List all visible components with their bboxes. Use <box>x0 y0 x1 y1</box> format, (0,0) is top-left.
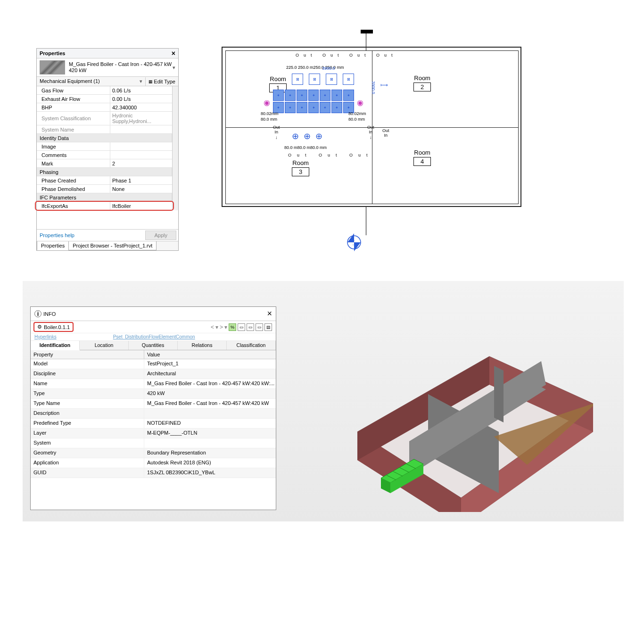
section-head-marker <box>361 30 373 33</box>
property-value[interactable]: IfcBoiler <box>110 202 172 210</box>
clipboard-icon[interactable]: ▭ <box>247 323 254 331</box>
dimension-text: 80.0 m80.0 m80.0 mm <box>284 145 327 150</box>
air-terminal-icon[interactable]: ⊠ <box>309 74 320 85</box>
info-tab-classification[interactable]: Classification <box>227 341 276 350</box>
info-prop-value <box>144 438 276 448</box>
room-tag-2[interactable]: Room2 <box>413 74 431 91</box>
info-row[interactable]: GUID1SJxZL 0B2390CiK1D_YBwL <box>31 468 276 478</box>
info-row[interactable]: Type420 kW <box>31 389 276 399</box>
eq-cell: ✦ <box>320 102 330 113</box>
close-icon[interactable]: × <box>267 309 272 319</box>
clipboard-icon[interactable]: ▭ <box>238 323 245 331</box>
connector-pink-icon[interactable]: ◉ <box>264 98 270 107</box>
chevron-down-icon[interactable]: ▾ <box>173 65 175 71</box>
tab-project-browser[interactable]: Project Browser - TestProject_1.rvt <box>68 241 157 250</box>
type-selector[interactable]: M_Gas Fired Boiler - Cast Iron - 420-457… <box>37 58 178 77</box>
info-row[interactable]: Type NameM_Gas Fired Boiler - Cast Iron … <box>31 399 276 409</box>
info-tab-location[interactable]: Location <box>80 341 129 350</box>
properties-titlebar[interactable]: Properties × <box>37 49 178 58</box>
pset-link[interactable]: Pset_DistributionFlowElementCommon <box>113 334 195 339</box>
air-terminal-icon[interactable]: ⊕ <box>304 131 311 141</box>
edit-type-button[interactable]: ▦Edit Type <box>145 77 178 86</box>
temp-dimension-v[interactable]: 3900.0 <box>371 81 376 94</box>
info-prop-name: Type <box>31 389 144 398</box>
property-label: Comments <box>37 151 110 159</box>
column-header-value[interactable]: Value <box>144 350 276 359</box>
temp-dimension-h[interactable]: 3900.0 <box>322 66 335 71</box>
connector-pink-icon[interactable]: ◉ <box>357 98 363 107</box>
air-terminal-icon[interactable]: ⊕ <box>292 131 299 141</box>
info-titlebar[interactable]: i INFO × <box>31 307 276 321</box>
view-direction-icon[interactable]: ---- <box>343 231 365 253</box>
scrollbar[interactable] <box>172 86 178 210</box>
info-prop-value: Autodesk Revit 2018 (ENG) <box>144 458 276 468</box>
air-terminal-icon[interactable]: ⊠ <box>292 74 303 85</box>
eq-cell: ✦ <box>297 102 307 113</box>
property-value[interactable]: 0.06 L/s <box>110 86 172 94</box>
info-row[interactable]: NameM_Gas Fired Boiler - Cast Iron - 420… <box>31 379 276 389</box>
boiler-equipment-selected[interactable]: ✦✦✦✦✦✦✦ ✦✦✦✦✦✦✦ <box>273 90 354 116</box>
info-prop-name: Type Name <box>31 399 144 408</box>
info-prop-value: M_Gas Fired Boiler - Cast Iron - 420-457… <box>144 399 276 408</box>
info-row[interactable]: ModelTestProject_1 <box>31 359 276 369</box>
info-row[interactable]: GeometryBoundary Representation <box>31 448 276 458</box>
air-terminal-icon[interactable]: ⊠ <box>343 74 354 85</box>
air-terminal-icon[interactable]: ⊠ <box>326 74 337 85</box>
air-terminal-icon[interactable]: ⊕ <box>315 131 322 141</box>
link-icon[interactable]: % <box>229 323 236 331</box>
dim-handle-icon[interactable]: ⟼ <box>380 82 388 88</box>
property-value[interactable]: None <box>110 185 172 193</box>
properties-help-link[interactable]: Properties help <box>37 231 143 240</box>
property-value[interactable]: 42.340000 <box>110 103 172 111</box>
breadcrumb-item[interactable]: ⚙ Boiler.0.1.1 <box>34 323 73 331</box>
group-header[interactable]: IFC Parameters <box>37 193 172 201</box>
tab-properties[interactable]: Properties <box>37 241 69 250</box>
group-header[interactable]: Identity Data <box>37 134 172 142</box>
info-tab-identification[interactable]: Identification <box>31 341 80 350</box>
dimension-text: 80.0 mm <box>348 117 365 122</box>
property-label: Phase Demolished <box>37 185 110 193</box>
info-row[interactable]: Description <box>31 409 276 419</box>
info-tab-relations[interactable]: Relations <box>178 341 227 350</box>
property-label: BHP <box>37 103 110 111</box>
dimension-text: 80.02mm <box>261 111 279 116</box>
hyperlinks-link[interactable]: Hyperlinks <box>34 334 57 339</box>
nav-last-icon[interactable]: ▾ <box>224 324 227 330</box>
info-row[interactable]: System <box>31 438 276 448</box>
group-header[interactable]: Phasing <box>37 168 172 176</box>
apply-button[interactable]: Apply <box>145 231 176 240</box>
property-value[interactable]: 0.00 L/s <box>110 95 172 103</box>
column-header-property[interactable]: Property <box>31 350 144 359</box>
info-row[interactable]: LayerM-EQPM-____-OTLN <box>31 429 276 438</box>
clipboard-icon[interactable]: ▭ <box>256 323 263 331</box>
property-value[interactable]: Hydronic Supply,Hydroni... <box>110 112 172 125</box>
room-tag-4[interactable]: Room4 <box>413 149 431 166</box>
property-value[interactable] <box>110 125 172 133</box>
property-label: Phase Created <box>37 176 110 184</box>
property-value[interactable] <box>110 151 172 159</box>
property-value[interactable]: 2 <box>110 159 172 167</box>
info-row[interactable]: DisciplineArchitectural <box>31 369 276 379</box>
nav-prev-icon[interactable]: ▾ <box>215 324 218 330</box>
info-prop-name: System <box>31 438 144 448</box>
category-filter[interactable]: Mechanical Equipment (1) ▾ <box>37 77 145 86</box>
info-prop-name: Application <box>31 458 144 468</box>
layout-icon[interactable]: ▤ <box>264 323 272 331</box>
info-tab-quantities[interactable]: Quantities <box>129 341 178 350</box>
room-tag-3[interactable]: Room3 <box>292 159 309 176</box>
nav-next-icon[interactable]: > <box>220 324 223 330</box>
info-prop-name: Discipline <box>31 369 144 379</box>
property-value[interactable]: Phase 1 <box>110 176 172 184</box>
info-row[interactable]: ApplicationAutodesk Revit 2018 (ENG) <box>31 458 276 468</box>
ifc-viewer-area: i INFO × ⚙ Boiler.0.1.1 < ▾ > ▾ % ▭ ▭ ▭ … <box>23 281 624 521</box>
info-tabs: IdentificationLocationQuantitiesRelation… <box>31 341 276 350</box>
nav-first-icon[interactable]: < <box>211 324 214 330</box>
close-icon[interactable]: × <box>172 50 175 57</box>
info-icon: i <box>34 310 41 317</box>
3d-view[interactable] <box>291 300 612 512</box>
property-value[interactable] <box>110 142 172 150</box>
info-grid-body: ModelTestProject_1DisciplineArchitectura… <box>31 359 276 478</box>
info-row[interactable]: Predefined TypeNOTDEFINED <box>31 419 276 429</box>
eq-cell: ✦ <box>273 90 284 101</box>
floor-plan-view[interactable]: Room1 Room2 Room3 Room4 Out Out Out Out … <box>222 40 523 257</box>
